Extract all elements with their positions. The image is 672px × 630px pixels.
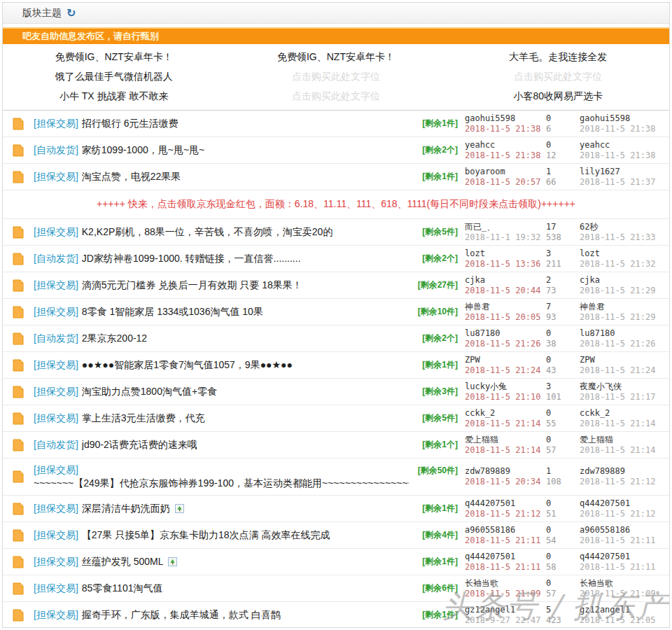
last-poster-name[interactable]: lozt [580,248,666,259]
announcement-row[interactable]: +++++ 快来，点击领取京东现金红包，面额：6.18、11.11、111、61… [3,190,669,219]
thread-title[interactable]: 深层清洁牛奶洗面奶 [82,503,170,515]
ad-link[interactable]: 大羊毛。走我连接全发 [447,47,669,66]
author-name[interactable]: q444207501 [465,552,546,562]
thread-tag[interactable]: [担保交易] [34,529,78,542]
thread-title[interactable]: 85零食1101淘气值 [82,582,163,595]
folder-icon [11,252,25,266]
thread-tag[interactable]: [担保交易] [34,118,78,130]
thread-title[interactable]: 【27果 只接5单】京东集卡助力18次点满 高效率在线完成 [82,529,330,542]
author-name[interactable]: 长袖当歌 [465,578,546,589]
thread-title[interactable]: 滴滴5元无门槛券 兑换后一月有效期 只要 18果果！ [82,279,302,292]
author-name[interactable]: yeahcc [465,140,546,150]
author-name[interactable]: 而已_、 [465,222,546,232]
counts-cell: 1 108 [546,466,580,487]
thread-tag[interactable]: [自动发货] [34,253,78,265]
thread-title[interactable]: JD家纺神卷1099-1000. 转赠链接，一直信誉.......... [82,253,301,265]
last-poster-name[interactable]: cckk_2 [580,408,666,419]
last-poster-name[interactable]: q444207501 [580,498,666,509]
thread-tag[interactable]: [担保交易] [34,306,78,318]
thread-tag[interactable]: [自动发货] [34,144,78,157]
ad-placeholder-link[interactable]: 点击购买此处文字位 [447,66,669,86]
author-date: 2018-9-27 22:47 [465,615,546,626]
last-poster-name[interactable]: gaohui5598 [580,113,666,124]
thread-title[interactable]: ~~~~~~~【249果】代抢京东服饰神券199-100，基本运动类都能用~~~… [34,477,409,490]
icon-cell [11,555,34,569]
author-name[interactable]: 爱上猫猫 [465,435,546,445]
thread-title[interactable]: K2,K2P刷机，88果一位，辛苦钱，不喜勿喷，淘宝卖20的 [82,226,333,239]
author-cell: 神兽君 2018-11-5 20:05 [458,302,546,323]
last-poster-name[interactable]: zdw789889 [580,466,666,477]
author-date: 2018-11-5 21:14 [465,419,546,429]
last-poster-name[interactable]: 长袖当歌 [580,578,666,589]
author-name[interactable]: cjka [465,275,546,286]
thread-row: [担保交易] ●●★●●智能家居1零食7淘气值1057，9果●●★●● [剩余1… [3,352,669,379]
author-name[interactable]: q444207501 [465,498,546,509]
icon-cell [11,117,34,131]
thread-tag[interactable]: [担保交易] [34,582,78,595]
folder-icon [11,470,25,484]
ad-placeholder-link[interactable]: 点击购买此处文字位 [225,86,447,106]
author-name[interactable]: lu87180 [465,328,546,339]
ad-link[interactable]: 饿了么最佳手气微信机器人 [3,66,225,86]
thread-tag[interactable]: [自动发货] [34,332,78,345]
thread-tag[interactable]: [担保交易] [34,226,78,239]
thread-title[interactable]: 8零食 1智能家居 1334或1036淘气值 10果 [82,306,263,318]
thread-title[interactable]: 家纺1099-1000，甩~甩~甩~ [82,144,204,157]
thread-tag[interactable]: [担保交易] [34,412,78,425]
thread-tag[interactable]: [担保交易] [34,464,78,477]
thread-title[interactable]: 掌上生活3元生活缴费，代充 [82,412,205,425]
author-name[interactable]: cckk_2 [465,408,546,419]
last-poster-name[interactable]: 爱上猫猫 [580,435,666,445]
thread-title[interactable]: 丝蕴护发乳 500ML [82,556,164,568]
last-post-cell: lozt 2018-11-5 21:32 [580,248,666,270]
folder-icon [11,608,25,622]
thread-title[interactable]: jd90-2话费充话费的速来哦 [82,439,197,451]
thread-tag[interactable]: [担保交易] [34,279,78,292]
author-name[interactable]: lozt [465,248,546,259]
last-poster-name[interactable]: 神兽君 [580,302,666,312]
last-poster-name[interactable]: cjka [580,275,666,286]
last-poster-name[interactable]: 62秒 [580,222,666,232]
thread-main: [自动发货] jd90-2话费充话费的速来哦 [34,439,409,451]
thread-title[interactable]: 淘宝助力点赞1800淘气值+零食 [82,386,217,398]
ad-link[interactable]: 小客80收网易严选卡 [447,86,669,106]
author-name[interactable]: gaohui5598 [465,113,546,124]
last-poster-name[interactable]: gz12angel1 [580,605,666,615]
author-name[interactable]: lucky小兔 [465,382,546,392]
author-name[interactable]: boyaroom [465,167,546,177]
author-name[interactable]: ZPW [465,355,546,365]
author-name[interactable]: 神兽君 [465,302,546,312]
author-name[interactable]: zdw789889 [465,466,546,477]
author-name[interactable]: gz12angel1 [465,605,546,615]
thread-tag[interactable]: [担保交易] [34,359,78,372]
ad-link[interactable]: 免费领IG、NZT安卓年卡！ [3,47,225,66]
last-poster-name[interactable]: a960558186 [580,525,666,536]
thread-tag[interactable]: [担保交易] [34,171,78,183]
last-poster-name[interactable]: lu87180 [580,328,666,339]
last-poster-name[interactable]: 夜魔小飞侠 [580,382,666,392]
thread-tag[interactable]: [担保交易] [34,386,78,398]
thread-main: [担保交易] 淘宝点赞，电视22果果 [34,171,409,183]
thread-tag[interactable]: [担保交易] [34,503,78,515]
last-poster-name[interactable]: yeahcc [580,140,666,150]
author-name[interactable]: a960558186 [465,525,546,536]
last-poster-name[interactable]: ZPW [580,355,666,365]
notice-banner[interactable]: 吧友自助信息发布区，请自行甄别 [3,27,669,44]
thread-tag[interactable]: [担保交易] [34,609,78,622]
thread-tag[interactable]: [自动发货] [34,439,78,451]
thread-title[interactable]: 招行银行 6元生活缴费 [82,118,178,130]
refresh-icon[interactable]: ↻ [66,8,76,19]
thread-title[interactable]: 握奇手环，广东版，集成羊城通，款式 白喜鹊 [82,609,281,622]
author-cell: lucky小兔 2018-11-5 21:10 [458,382,546,402]
ad-link[interactable]: 免费领IG、NZT安卓年卡！ [225,47,447,66]
thread-tag[interactable]: [担保交易] [34,556,78,568]
last-poster-name[interactable]: lily1627 [580,167,666,177]
ad-link[interactable]: 小牛 TX 挑战赛 敢不敢来 [3,86,225,106]
last-poster-name[interactable]: q444207501 [580,552,666,562]
view-count: 73 [546,286,580,296]
thread-title[interactable]: 淘宝点赞，电视22果果 [82,171,181,183]
thread-title[interactable]: 2果京东200-12 [82,332,147,345]
view-count: 66 [546,177,580,188]
ad-placeholder-link[interactable]: 点击购买此处文字位 [225,66,447,86]
thread-title[interactable]: ●●★●●智能家居1零食7淘气值1057，9果●●★●● [82,359,293,372]
